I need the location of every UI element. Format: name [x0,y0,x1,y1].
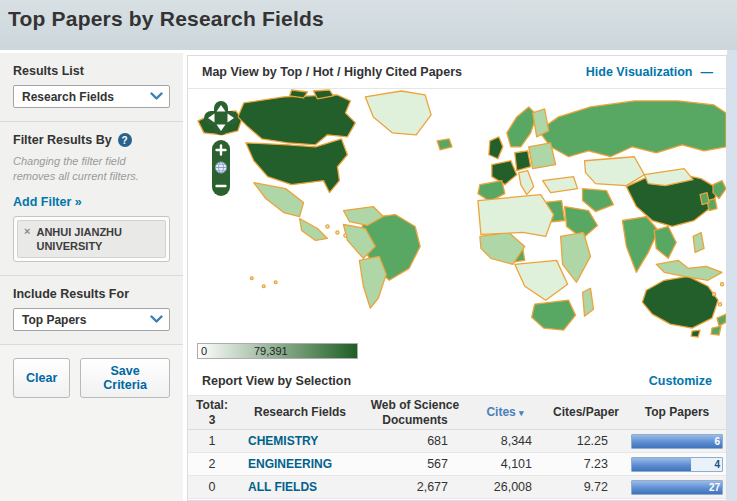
remove-filter-icon[interactable]: × [24,225,30,254]
map-view-header: Map View by Top / Hot / Highly Cited Pap… [188,56,726,89]
table-row: 0 ALL FIELDS 2,677 26,008 9.72 27 [188,476,726,499]
filter-chip: × ANHUI JIANZHU UNIVERSITY [17,220,166,259]
include-results-section: Include Results For Top Papers [0,276,183,345]
report-view-title: Report View by Selection [202,374,351,388]
add-filter-link[interactable]: Add Filter » [13,195,82,209]
field-link[interactable]: ALL FIELDS [248,480,317,494]
column-header-cites-paper[interactable]: Cites/Paper [544,405,628,419]
field-link[interactable]: ENGINEERING [248,457,332,471]
table-row: 2 ENGINEERING 567 4,101 7.23 4 [188,453,726,476]
documents-cell: 681 [364,434,466,448]
hide-visualization-link[interactable]: Hide Visualization — [586,65,712,79]
clear-button[interactable]: Clear [13,358,70,398]
map-legend: 0 79,391 [197,343,359,359]
legend-max-label: 79,391 [254,345,288,357]
field-link[interactable]: CHEMISTRY [248,434,318,448]
filter-results-label: Filter Results By [13,133,112,147]
cites-cell: 8,344 [466,434,544,448]
bar-value: 4 [714,459,720,470]
filter-note: Changing the filter field removes all cu… [13,154,170,184]
customize-link[interactable]: Customize [649,374,712,388]
cites-paper-cell: 12.25 [544,434,628,448]
map-canvas: 0 79,391 [188,89,726,367]
results-list-section: Results List Research Fields [0,53,183,122]
sidebar-actions: Clear Save Criteria [0,345,183,411]
sort-descending-icon: ▾ [519,408,524,418]
include-results-select[interactable]: Top Papers [13,308,170,331]
column-header-documents[interactable]: Web of Science Documents [364,398,466,427]
cites-cell: 4,101 [466,457,544,471]
bar-value: 27 [709,482,720,493]
results-list-label: Results List [13,64,170,78]
filter-chip-label: ANHUI JIANZHU UNIVERSITY [36,225,159,254]
chevron-down-icon [150,315,163,324]
filter-chip-box: × ANHUI JIANZHU UNIVERSITY [13,216,170,263]
legend-min-label: 0 [201,345,207,357]
table-row: 1 CHEMISTRY 681 8,344 12.25 6 [188,430,726,453]
rank-cell: 1 [188,434,236,448]
bar-fill [632,458,691,471]
save-criteria-button[interactable]: Save Criteria [80,358,170,398]
include-results-label: Include Results For [13,287,170,301]
sidebar: Results List Research Fields Filter Resu… [0,53,183,501]
table-header-row: Total: 3 Research Fields Web of Science … [188,396,726,430]
main-panel: Map View by Top / Hot / Highly Cited Pap… [187,55,727,501]
top-papers-bar: 27 [631,480,723,495]
content-area: Results List Research Fields Filter Resu… [0,50,737,501]
top-papers-bar: 6 [631,434,723,449]
globe-icon[interactable] [215,162,226,173]
help-icon[interactable]: ? [118,133,132,147]
map-pan-control[interactable] [202,99,240,137]
documents-cell: 2,677 [364,480,466,494]
top-papers-bar: 4 [631,457,723,472]
include-results-value: Top Papers [22,313,86,327]
report-view-header: Report View by Selection Customize [188,367,726,396]
filter-section: Filter Results By ? Changing the filter … [0,122,183,276]
cites-cell: 26,008 [466,480,544,494]
bar-fill [632,435,722,448]
column-header-research-fields[interactable]: Research Fields [236,405,364,419]
minus-icon: — [701,65,713,79]
rank-cell: 0 [188,480,236,494]
column-header-top-papers[interactable]: Top Papers [628,405,726,419]
cites-paper-cell: 9.72 [544,480,628,494]
world-map[interactable] [188,89,726,339]
chevron-down-icon [150,92,163,101]
results-list-value: Research Fields [22,90,114,104]
map-zoom-control[interactable] [211,139,231,197]
column-header-total: Total: 3 [188,398,236,427]
page-edge-strip [727,50,737,501]
documents-cell: 567 [364,457,466,471]
column-header-cites[interactable]: Cites ▾ [466,405,544,419]
page-title: Top Papers by Research Fields [8,7,737,31]
cites-paper-cell: 7.23 [544,457,628,471]
bar-value: 6 [714,436,720,447]
map-view-title: Map View by Top / Hot / Highly Cited Pap… [202,65,462,79]
report-table: Total: 3 Research Fields Web of Science … [188,396,726,499]
results-list-select[interactable]: Research Fields [13,85,170,108]
rank-cell: 2 [188,457,236,471]
header-band: Top Papers by Research Fields [0,0,737,50]
